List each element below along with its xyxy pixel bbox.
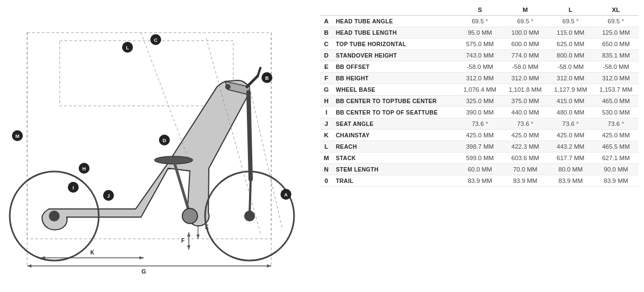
row-s: 425.0 MM xyxy=(457,130,503,141)
row-l: 80.0 MM xyxy=(548,164,594,175)
svg-marker-14 xyxy=(196,234,200,239)
row-s: -58.0 MM xyxy=(457,61,503,73)
row-name: TRAIL xyxy=(333,175,457,187)
table-row: I BB CENTER TO TOP OF SEATTUBE 390.0 MM … xyxy=(320,107,639,118)
row-s: 69.5 ° xyxy=(457,16,503,27)
row-l: 69.5 ° xyxy=(548,16,594,27)
row-letter: 0 xyxy=(320,175,333,187)
col-s: S xyxy=(457,4,503,16)
row-m: 70.0 MM xyxy=(502,164,548,175)
row-xl: 125.0 MM xyxy=(593,27,639,39)
row-l: 443.2 MM xyxy=(548,141,594,153)
row-xl: 83.9 MM xyxy=(593,175,639,187)
measurements-table: S M L XL A HEAD TUBE ANGLE 69.5 ° 69.5 °… xyxy=(320,4,639,187)
row-letter: F xyxy=(320,73,333,84)
table-row: A HEAD TUBE ANGLE 69.5 ° 69.5 ° 69.5 ° 6… xyxy=(320,16,639,27)
row-xl: 530.0 MM xyxy=(593,107,639,118)
row-name: STEM LENGTH xyxy=(333,164,457,175)
row-name: STANDOVER HEIGHT xyxy=(333,50,457,61)
svg-text:M: M xyxy=(15,134,20,139)
svg-rect-1 xyxy=(60,41,233,106)
row-letter: E xyxy=(320,61,333,73)
svg-line-30 xyxy=(258,68,260,76)
row-s: 60.0 MM xyxy=(457,164,503,175)
svg-text:C: C xyxy=(154,37,158,43)
row-s: 83.9 MM xyxy=(457,175,503,187)
row-letter: J xyxy=(320,118,333,130)
row-xl: 465.0 MM xyxy=(593,96,639,107)
row-m: 69.5 ° xyxy=(502,16,548,27)
svg-line-27 xyxy=(248,92,251,179)
row-name: BB HEIGHT xyxy=(333,73,457,84)
table-row: G WHEEL BASE 1,076.4 MM 1,101.8 MM 1,127… xyxy=(320,84,639,96)
row-m: 100.0 MM xyxy=(502,27,548,39)
row-name: BB OFFSET xyxy=(333,61,457,73)
row-m: 375.0 MM xyxy=(502,96,548,107)
bike-diagram-panel: G K E F xyxy=(0,0,315,292)
col-m: M xyxy=(502,4,548,16)
col-xl: XL xyxy=(593,4,639,16)
col-l: L xyxy=(548,4,594,16)
row-letter: D xyxy=(320,50,333,61)
svg-point-33 xyxy=(182,208,197,224)
row-xl: -58.0 MM xyxy=(593,61,639,73)
svg-text:B: B xyxy=(265,75,269,81)
svg-marker-6 xyxy=(267,264,271,268)
row-m: 422.3 MM xyxy=(502,141,548,153)
table-row: H BB CENTER TO TOPTUBE CENTER 325.0 MM 3… xyxy=(320,96,639,107)
row-s: 73.6 ° xyxy=(457,118,503,130)
table-row: D STANDOVER HEIGHT 743.0 MM 774.0 MM 800… xyxy=(320,50,639,61)
table-row: N STEM LENGTH 60.0 MM 70.0 MM 80.0 MM 90… xyxy=(320,164,639,175)
row-letter: M xyxy=(320,153,333,164)
row-letter: H xyxy=(320,96,333,107)
row-s: 599.0 MM xyxy=(457,153,503,164)
row-m: 73.6 ° xyxy=(502,118,548,130)
row-letter: I xyxy=(320,107,333,118)
table-row: B HEAD TUBE LENGTH 95.0 MM 100.0 MM 115.… xyxy=(320,27,639,39)
row-letter: L xyxy=(320,141,333,153)
row-xl: 465.5 MM xyxy=(593,141,639,153)
table-row: C TOP TUBE HORIZONTAL 575.0 MM 600.0 MM … xyxy=(320,39,639,50)
row-xl: 90.0 MM xyxy=(593,164,639,175)
row-name: REACH xyxy=(333,141,457,153)
row-s: 390.0 MM xyxy=(457,107,503,118)
row-l: 480.0 MM xyxy=(548,107,594,118)
svg-point-23 xyxy=(49,211,60,221)
row-name: WHEEL BASE xyxy=(333,84,457,96)
svg-text:L: L xyxy=(126,45,129,50)
row-l: 312.0 MM xyxy=(548,73,594,84)
row-m: 425.0 MM xyxy=(502,130,548,141)
svg-marker-18 xyxy=(187,245,190,250)
table-row: E BB OFFSET -58.0 MM -58.0 MM -58.0 MM -… xyxy=(320,61,639,73)
svg-text:D: D xyxy=(163,138,167,143)
table-header-row: S M L XL xyxy=(320,4,639,16)
row-m: 1,101.8 MM xyxy=(502,84,548,96)
row-letter: N xyxy=(320,164,333,175)
row-letter: K xyxy=(320,130,333,141)
row-l: 800.0 MM xyxy=(548,50,594,61)
row-letter: B xyxy=(320,27,333,39)
svg-marker-5 xyxy=(27,264,31,268)
row-xl: 73.6 ° xyxy=(593,118,639,130)
table-row: 0 TRAIL 83.9 MM 83.9 MM 83.9 MM 83.9 MM xyxy=(320,175,639,187)
row-m: 83.9 MM xyxy=(502,175,548,187)
row-s: 325.0 MM xyxy=(457,96,503,107)
row-letter: G xyxy=(320,84,333,96)
row-l: 617.7 MM xyxy=(548,153,594,164)
table-row: K CHAINSTAY 425.0 MM 425.0 MM 425.0 MM 4… xyxy=(320,130,639,141)
svg-rect-0 xyxy=(27,33,271,239)
row-m: 312.0 MM xyxy=(502,73,548,84)
row-name: HEAD TUBE LENGTH xyxy=(333,27,457,39)
row-xl: 627.1 MM xyxy=(593,153,639,164)
row-m: 603.6 MM xyxy=(502,153,548,164)
row-s: 398.7 MM xyxy=(457,141,503,153)
svg-text:H: H xyxy=(82,166,86,172)
row-xl: 69.5 ° xyxy=(593,16,639,27)
svg-text:J: J xyxy=(107,193,110,199)
svg-marker-10 xyxy=(139,256,144,259)
table-row: J SEAT ANGLE 73.6 ° 73.6 ° 73.6 ° 73.6 ° xyxy=(320,118,639,130)
row-letter: A xyxy=(320,16,333,27)
col-name xyxy=(333,4,457,16)
row-l: 73.6 ° xyxy=(548,118,594,130)
svg-marker-17 xyxy=(187,232,190,237)
